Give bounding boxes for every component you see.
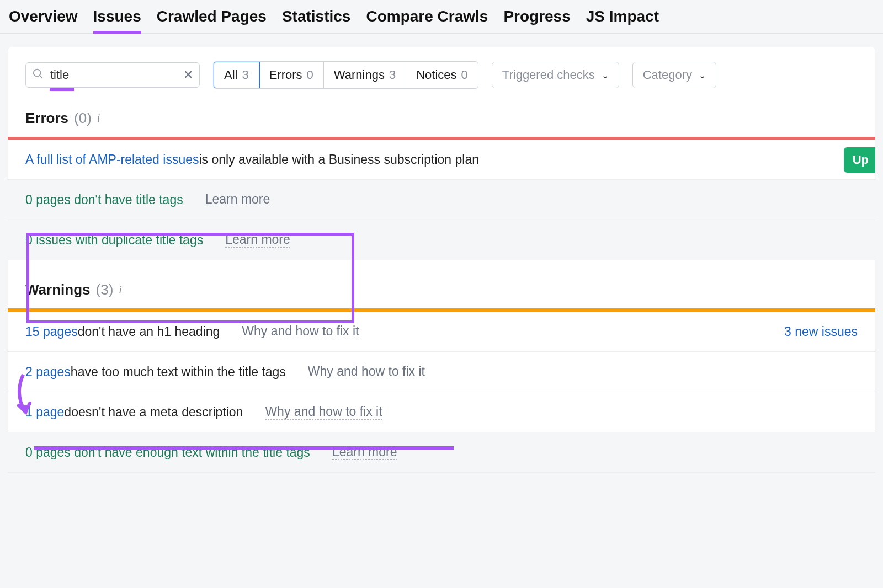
tab-overview[interactable]: Overview — [9, 8, 78, 33]
tab-crawled-pages[interactable]: Crawled Pages — [157, 8, 267, 33]
warnings-count: (3) — [95, 281, 113, 298]
learn-more-link[interactable]: Learn more — [332, 445, 397, 460]
filter-warnings[interactable]: Warnings 3 — [324, 62, 406, 88]
tab-statistics[interactable]: Statistics — [282, 8, 351, 33]
chevron-down-icon: ⌄ — [699, 70, 706, 81]
svg-point-0 — [34, 70, 41, 77]
triggered-checks-label: Triggered checks — [502, 68, 595, 82]
errors-title: Errors — [25, 110, 68, 127]
why-fix-link[interactable]: Why and how to fix it — [265, 404, 382, 420]
learn-more-link[interactable]: Learn more — [205, 192, 270, 207]
filter-all-label: All — [224, 68, 237, 82]
why-fix-link[interactable]: Why and how to fix it — [308, 364, 425, 379]
filter-errors-count: 0 — [307, 68, 313, 82]
warning-row-text: don't have an h1 heading — [78, 324, 220, 339]
tab-issues[interactable]: Issues — [93, 8, 141, 33]
new-issues-link[interactable]: 3 new issues — [784, 324, 858, 339]
tab-progress[interactable]: Progress — [503, 8, 570, 33]
warnings-title: Warnings — [25, 281, 90, 298]
warning-row: 15 pages don't have an h1 heading Why an… — [8, 312, 875, 352]
toolbar: ✕ All 3 Errors 0 Warnings 3 Notices 0 Tr… — [8, 61, 875, 89]
filter-errors-label: Errors — [269, 68, 302, 82]
warning-row-text: 0 pages don't have enough text within th… — [25, 445, 310, 460]
filter-all[interactable]: All 3 — [213, 61, 260, 89]
triggered-checks-dropdown[interactable]: Triggered checks ⌄ — [492, 62, 619, 88]
filter-notices-label: Notices — [416, 68, 456, 82]
search-highlight — [50, 88, 74, 91]
tab-compare-crawls[interactable]: Compare Crawls — [366, 8, 488, 33]
errors-count: (0) — [74, 110, 92, 127]
search-wrap: ✕ — [25, 62, 200, 88]
filter-pills: All 3 Errors 0 Warnings 3 Notices 0 — [213, 61, 478, 89]
warning-row: 1 page doesn't have a meta description W… — [8, 392, 875, 432]
filter-all-count: 3 — [242, 68, 248, 82]
error-row-text: 0 issues with duplicate title tags — [25, 233, 203, 248]
warning-pages-link[interactable]: 15 pages — [25, 324, 78, 339]
learn-more-link[interactable]: Learn more — [225, 232, 290, 248]
warning-row: 0 pages don't have enough text within th… — [8, 432, 875, 473]
amp-notice-row: A full list of AMP-related issues is onl… — [8, 140, 875, 180]
tab-js-impact[interactable]: JS Impact — [586, 8, 659, 33]
filter-warnings-label: Warnings — [334, 68, 385, 82]
info-icon[interactable]: i — [119, 284, 122, 296]
info-icon[interactable]: i — [97, 112, 100, 125]
search-icon — [32, 68, 44, 82]
errors-header: Errors (0) i — [8, 89, 875, 137]
filter-errors[interactable]: Errors 0 — [259, 62, 324, 88]
svg-line-1 — [40, 76, 42, 78]
error-row-text: 0 pages don't have title tags — [25, 193, 183, 207]
category-dropdown[interactable]: Category ⌄ — [632, 62, 716, 88]
amp-text: is only available with a Business subscr… — [199, 152, 479, 167]
chevron-down-icon: ⌄ — [602, 70, 609, 81]
category-label: Category — [643, 68, 692, 82]
issues-panel: ✕ All 3 Errors 0 Warnings 3 Notices 0 Tr… — [8, 47, 875, 473]
why-fix-link[interactable]: Why and how to fix it — [242, 324, 359, 339]
warning-row-text: doesn't have a meta description — [64, 405, 243, 420]
error-row: 0 issues with duplicate title tags Learn… — [8, 220, 875, 260]
warning-pages-link[interactable]: 2 pages — [25, 365, 71, 379]
filter-notices[interactable]: Notices 0 — [406, 62, 478, 88]
clear-icon[interactable]: ✕ — [183, 68, 193, 82]
upgrade-button[interactable]: Up — [844, 147, 875, 173]
warnings-header: Warnings (3) i — [8, 260, 875, 308]
search-input[interactable] — [25, 62, 200, 88]
amp-link[interactable]: A full list of AMP-related issues — [25, 152, 199, 167]
filter-warnings-count: 3 — [389, 68, 396, 82]
filter-notices-count: 0 — [461, 68, 468, 82]
error-row: 0 pages don't have title tags Learn more — [8, 180, 875, 220]
warning-row: 2 pages have too much text within the ti… — [8, 352, 875, 392]
warning-row-text: have too much text within the title tags — [71, 365, 286, 379]
main-tabs: Overview Issues Crawled Pages Statistics… — [0, 0, 883, 34]
warning-pages-link[interactable]: 1 page — [25, 405, 64, 420]
